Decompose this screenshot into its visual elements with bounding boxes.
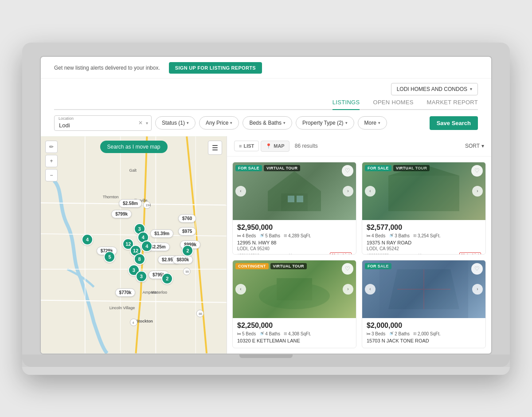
more-filter[interactable]: More ▾ [358, 116, 387, 130]
laptop-keyboard [22, 367, 510, 375]
svg-text:Galt: Galt [129, 168, 137, 173]
dropdown-label: LODI HOMES AND CONDOS [397, 86, 467, 92]
property-card[interactable]: FOR SALE VIRTUAL TOUR ♡ ‹ › [362, 162, 486, 255]
sqft-icon: ⊞ [413, 331, 417, 336]
price-marker[interactable]: $799k [111, 210, 132, 218]
bath-icon: 🚿 [389, 233, 394, 238]
card-specs: 🛏 4 Beds 🚿 5 Baths ⊞ 4 [237, 233, 352, 238]
pencil-icon[interactable]: ✏ [45, 141, 58, 153]
svg-text:99: 99 [185, 270, 189, 273]
price-marker[interactable]: $975 [178, 227, 196, 236]
card-price: $2,000,000 [367, 322, 481, 330]
map-toolbar: ✏ + − [45, 141, 58, 181]
map-view-button[interactable]: 📍 MAP [261, 141, 289, 152]
card-address: 15703 N JACK TONE ROAD [367, 338, 481, 343]
more-chevron-icon: ▾ [378, 121, 380, 125]
card-info: $2,577,000 🛏 4 Beds 🚿 3 Baths [362, 220, 485, 255]
svg-rect-27 [212, 149, 218, 150]
price-marker[interactable]: $830k [172, 256, 193, 264]
mls-number: #222092073 [367, 253, 389, 255]
house-thumbnail [362, 162, 485, 220]
card-image: FOR SALE VIRTUAL TOUR ♡ ‹ › [233, 162, 356, 220]
search-as-move-button[interactable]: Search as I move map [100, 141, 167, 153]
map-section: Galt Thornton Collierville Acampo Ampere… [41, 136, 227, 354]
cluster-marker[interactable]: 4 [82, 234, 93, 245]
svg-text:Stockton: Stockton [136, 319, 153, 323]
alert-bar: Get new listing alerts delivered to your… [41, 57, 491, 79]
list-view-button[interactable]: ≡ LIST [234, 141, 259, 151]
card-meta: #222092073 House MetroList [367, 252, 481, 255]
card-meta: #221118510 House MetroList [237, 252, 352, 255]
price-marker[interactable]: $760 [178, 214, 196, 223]
header-section: LODI HOMES AND CONDOS ▾ LISTINGS OPEN HO… [41, 79, 491, 110]
property-type-filter[interactable]: Property Type (2) ▾ [296, 116, 354, 130]
property-card[interactable]: CONTINGENT VIRTUAL TOUR ♡ ‹ › [232, 260, 356, 348]
alert-text: Get new listing alerts delivered to your… [54, 65, 160, 71]
sqft-spec: ⊞ 2,000 SqFt. [413, 331, 441, 336]
card-specs: 🛏 3 Beds 🚿 2 Baths ⊞ 2 [367, 331, 481, 336]
status-filter[interactable]: Status (1) ▾ [155, 116, 196, 130]
zoom-in-button[interactable]: + [45, 155, 58, 167]
baths-spec: 🚿 5 Baths [259, 233, 280, 238]
signup-button[interactable]: SIGN UP FOR LISTING REPORTS [169, 62, 262, 74]
map-background: Galt Thornton Collierville Acampo Ampere… [41, 136, 227, 354]
house-thumbnail [233, 162, 356, 220]
bath-icon: 🚿 [259, 331, 264, 336]
sort-chevron-icon: ▾ [481, 143, 484, 149]
property-card[interactable]: FOR SALE ♡ ‹ › [362, 260, 486, 348]
bed-icon: 🛏 [367, 233, 371, 238]
listings-section: ≡ LIST 📍 MAP 86 results SORT ▾ [227, 136, 491, 354]
map-layers-button[interactable] [208, 141, 222, 155]
property-card[interactable]: FOR SALE VIRTUAL TOUR ♡ ‹ › [232, 162, 356, 255]
card-price: $2,250,000 [237, 322, 352, 330]
view-toggles: ≡ LIST 📍 MAP 86 results [234, 141, 318, 152]
save-search-button[interactable]: Save Search [430, 116, 478, 130]
svg-text:Thornton: Thornton [103, 195, 119, 199]
card-specs: 🛏 4 Beds 🚿 3 Baths ⊞ 3 [367, 233, 481, 238]
status-chevron-icon: ▾ [187, 121, 189, 125]
property-type: House [419, 253, 430, 255]
laptop-container: Get new listing alerts delivered to your… [22, 43, 510, 375]
price-marker[interactable]: $1.39m [150, 229, 173, 238]
tab-listings[interactable]: LISTINGS [332, 99, 360, 110]
location-clear-icon[interactable]: ✕ [138, 120, 143, 126]
cluster-marker[interactable]: 4 [141, 240, 153, 252]
svg-marker-33 [388, 165, 459, 176]
price-marker[interactable]: $770k [115, 288, 136, 297]
card-address: 19375 N RAY ROAD [367, 240, 481, 245]
beds-baths-filter[interactable]: Beds & Baths ▾ [243, 116, 292, 130]
card-info: $2,000,000 🛏 3 Beds 🚿 2 Baths [362, 318, 485, 348]
svg-text:88: 88 [199, 312, 202, 315]
cluster-marker[interactable]: 8 [134, 253, 145, 265]
card-image: CONTINGENT VIRTUAL TOUR ♡ ‹ › [233, 260, 356, 318]
cluster-marker[interactable]: 3 [136, 271, 147, 282]
card-specs: 🛏 5 Beds 🚿 4 Baths ⊞ 4 [237, 331, 352, 336]
beds-baths-chevron-icon: ▾ [283, 121, 286, 125]
map-icon: 📍 [266, 143, 272, 149]
bath-icon: 🚿 [259, 233, 264, 238]
svg-rect-32 [388, 176, 459, 211]
bath-icon: 🚿 [389, 331, 394, 336]
svg-rect-31 [297, 196, 303, 202]
svg-text:Waterloo: Waterloo [151, 290, 167, 294]
sqft-spec: ⊞ 4,289 SqFt. [284, 233, 311, 238]
aerial-thumbnail [362, 260, 485, 318]
price-filter[interactable]: Any Price ▾ [199, 116, 239, 130]
sort-button[interactable]: SORT ▾ [465, 143, 484, 149]
tab-market-report[interactable]: MARKET REPORT [427, 99, 478, 109]
zoom-out-button[interactable]: − [45, 169, 58, 181]
cluster-marker[interactable]: 2 [182, 245, 193, 256]
header-top: LODI HOMES AND CONDOS ▾ [54, 83, 478, 95]
dropdown-chevron-icon: ▾ [470, 87, 472, 91]
card-city: LODI, CA 95242 [367, 246, 481, 251]
card-image: FOR SALE VIRTUAL TOUR ♡ ‹ › [362, 162, 485, 220]
bed-icon: 🛏 [237, 233, 241, 238]
location-dropdown[interactable]: LODI HOMES AND CONDOS ▾ [391, 83, 478, 95]
tab-open-homes[interactable]: OPEN HOMES [373, 99, 413, 109]
price-marker[interactable]: $2.58m [119, 199, 142, 208]
beds-spec: 🛏 4 Beds [237, 233, 256, 238]
sqft-icon: ⊞ [413, 233, 417, 238]
laptop-bottom [22, 354, 510, 367]
bed-icon: 🛏 [367, 331, 371, 336]
listings-header: ≡ LIST 📍 MAP 86 results SORT ▾ [227, 136, 491, 157]
